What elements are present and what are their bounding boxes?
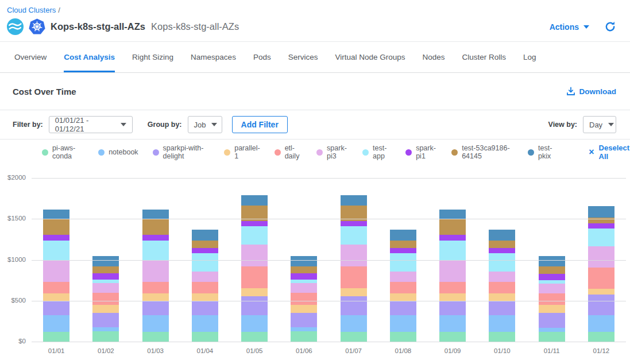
bar-segment-etl-daily[interactable] [588, 268, 614, 288]
bar-segment-test-53ca9186-64145[interactable] [92, 266, 119, 274]
bar-segment-pi-aws-conda[interactable] [588, 332, 614, 342]
bar-segment-test-pkix[interactable] [92, 256, 119, 266]
bar-segment-spark-pi1[interactable] [192, 248, 218, 253]
bar-segment-pi-aws-conda[interactable] [142, 332, 169, 342]
bar-segment-parallel-1[interactable] [539, 305, 565, 313]
bar-segment-spark-pi3[interactable] [43, 261, 69, 282]
bar-segment-sparkpi-with-delight[interactable] [291, 313, 317, 327]
bar-segment-test-app[interactable] [341, 226, 367, 244]
bar-segment-spark-pi1[interactable] [341, 221, 367, 226]
bar-segment-test-app[interactable] [390, 253, 416, 271]
tab-services[interactable]: Services [288, 42, 318, 72]
bar-segment-pi-aws-conda[interactable] [192, 332, 218, 342]
bar-segment-test-app[interactable] [192, 253, 218, 271]
bar-segment-spark-pi1[interactable] [588, 223, 614, 229]
bar-segment-spark-pi3[interactable] [291, 283, 317, 292]
bar-segment-sparkpi-with-delight[interactable] [390, 301, 416, 315]
bar-segment-test-pkix[interactable] [588, 206, 614, 218]
stacked-bar-01/08[interactable] [390, 230, 416, 342]
bar-segment-etl-daily[interactable] [291, 293, 317, 305]
bar-segment-pi-aws-conda[interactable] [341, 332, 367, 342]
bar-segment-etl-daily[interactable] [142, 282, 169, 293]
bar-segment-pi-aws-conda[interactable] [539, 332, 565, 342]
bar-segment-notebook[interactable] [291, 327, 317, 331]
bar-segment-sparkpi-with-delight[interactable] [489, 301, 515, 315]
bar-segment-sparkpi-with-delight[interactable] [43, 301, 69, 315]
stacked-bar-01/11[interactable] [539, 256, 565, 342]
bar-segment-pi-aws-conda[interactable] [241, 332, 268, 342]
bar-segment-test-pkix[interactable] [439, 210, 466, 220]
bar-segment-test-app[interactable] [43, 241, 69, 260]
deselect-all-button[interactable]: × Deselect All [589, 144, 630, 161]
bar-segment-spark-pi1[interactable] [390, 248, 416, 253]
stacked-bar-01/07[interactable] [341, 195, 367, 342]
bar-segment-spark-pi3[interactable] [92, 283, 119, 292]
bar-segment-test-pkix[interactable] [390, 230, 416, 241]
bar-segment-test-53ca9186-64145[interactable] [489, 241, 515, 249]
bar-segment-test-app[interactable] [588, 229, 614, 246]
tab-pods[interactable]: Pods [253, 42, 271, 72]
bar-segment-spark-pi1[interactable] [241, 221, 268, 226]
bar-segment-spark-pi3[interactable] [390, 272, 416, 282]
bar-segment-test-app[interactable] [241, 226, 268, 244]
bar-segment-test-53ca9186-64145[interactable] [291, 266, 317, 274]
legend-item-etl-daily[interactable]: etl-daily [275, 144, 302, 160]
bar-segment-notebook[interactable] [341, 315, 367, 332]
stacked-bar-01/09[interactable] [439, 210, 466, 343]
bar-segment-test-pkix[interactable] [291, 256, 317, 266]
bar-segment-pi-aws-conda[interactable] [43, 332, 69, 342]
bar-segment-test-53ca9186-64145[interactable] [439, 219, 466, 235]
tab-cost-analysis[interactable]: Cost Analysis [64, 42, 115, 72]
stacked-bar-01/02[interactable] [92, 256, 119, 342]
bar-segment-notebook[interactable] [539, 328, 565, 332]
legend-item-parallel-1[interactable]: parallel-1 [224, 144, 260, 160]
bar-segment-test-app[interactable] [142, 241, 169, 260]
legend-item-test-pkix[interactable]: test-pkix [528, 144, 557, 160]
tab-overview[interactable]: Overview [14, 42, 47, 72]
tab-nodes[interactable]: Nodes [423, 42, 445, 72]
bar-segment-notebook[interactable] [390, 315, 416, 332]
bar-segment-sparkpi-with-delight[interactable] [241, 296, 268, 315]
breadcrumb-link-cloud-clusters[interactable]: Cloud Clusters [7, 6, 56, 14]
legend-item-spark-pi1[interactable]: spark-pi1 [405, 144, 437, 160]
group-by-select[interactable]: Job [188, 116, 222, 133]
bar-segment-parallel-1[interactable] [489, 293, 515, 301]
view-by-select[interactable]: Day [583, 116, 616, 133]
stacked-bar-01/03[interactable] [142, 210, 169, 343]
bar-segment-parallel-1[interactable] [92, 305, 119, 313]
bar-segment-parallel-1[interactable] [439, 293, 466, 301]
bar-segment-pi-aws-conda[interactable] [390, 332, 416, 342]
tab-log[interactable]: Log [523, 42, 536, 72]
stacked-bar-01/05[interactable] [241, 195, 268, 342]
bar-segment-test-pkix[interactable] [539, 256, 565, 266]
bar-segment-sparkpi-with-delight[interactable] [92, 313, 119, 327]
download-button[interactable]: Download [566, 87, 617, 96]
bar-segment-etl-daily[interactable] [489, 282, 515, 293]
stacked-bar-01/10[interactable] [489, 230, 515, 342]
date-range-select[interactable]: 01/01/21 - 01/12/21 [49, 116, 133, 133]
legend-item-spark-pi3[interactable]: spark-pi3 [316, 144, 348, 160]
bar-segment-pi-aws-conda[interactable] [92, 331, 119, 342]
refresh-icon[interactable] [604, 21, 616, 33]
add-filter-button[interactable]: Add Filter [232, 116, 288, 133]
bar-segment-notebook[interactable] [43, 315, 69, 332]
bar-segment-spark-pi3[interactable] [489, 272, 515, 282]
bar-segment-test-53ca9186-64145[interactable] [142, 219, 169, 235]
bar-segment-test-pkix[interactable] [43, 210, 69, 220]
stacked-bar-01/06[interactable] [291, 256, 317, 342]
bar-segment-spark-pi1[interactable] [439, 235, 466, 241]
legend-item-sparkpi-with-delight[interactable]: sparkpi-with-delight [153, 144, 210, 160]
bar-segment-spark-pi3[interactable] [341, 245, 367, 266]
bar-segment-etl-daily[interactable] [43, 282, 69, 293]
bar-segment-test-53ca9186-64145[interactable] [192, 241, 218, 249]
bar-segment-test-pkix[interactable] [241, 195, 268, 206]
bar-segment-notebook[interactable] [588, 315, 614, 332]
bar-segment-spark-pi1[interactable] [142, 235, 169, 241]
bar-segment-pi-aws-conda[interactable] [489, 332, 515, 342]
stacked-bar-01/12[interactable] [588, 206, 614, 342]
bar-segment-spark-pi3[interactable] [588, 246, 614, 268]
stacked-bar-01/04[interactable] [192, 230, 218, 342]
bar-segment-parallel-1[interactable] [390, 293, 416, 301]
bar-segment-test-pkix[interactable] [341, 195, 367, 206]
bar-segment-sparkpi-with-delight[interactable] [588, 295, 614, 315]
